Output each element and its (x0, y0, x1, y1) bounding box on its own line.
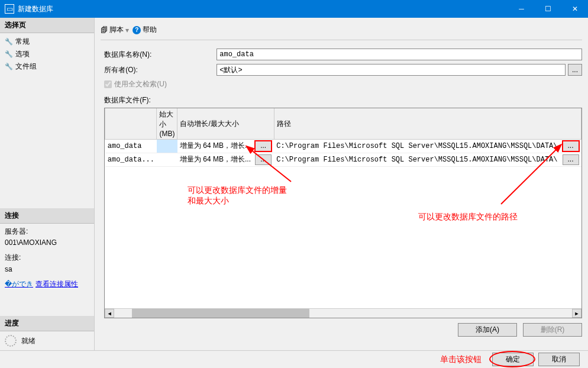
close-button[interactable]: ✕ (561, 0, 588, 18)
select-page-header: 选择页 (0, 18, 94, 33)
cancel-button[interactable]: 取消 (538, 353, 580, 366)
files-table-panel: 始大小(MB) 自动增长/最大大小 路径 amo_data 增量为 64 MB，… (104, 108, 582, 318)
files-table: 始大小(MB) 自动增长/最大大小 路径 amo_data 增量为 64 MB，… (105, 108, 581, 167)
fulltext-label: 使用全文检索(U) (114, 79, 167, 89)
help-button[interactable]: ? 帮助 (133, 25, 157, 35)
maximize-button[interactable]: ☐ (535, 0, 561, 18)
horizontal-scrollbar[interactable]: ◄ ► (105, 308, 581, 318)
progress-spinner-icon (5, 335, 17, 347)
wrench-icon: 🔧 (5, 50, 13, 58)
path-browse-button[interactable]: ... (563, 154, 579, 165)
scroll-left-button[interactable]: ◄ (105, 309, 114, 318)
col-size[interactable]: 始大小(MB) (157, 108, 177, 140)
connection-icon: �ができ (5, 279, 33, 290)
conn-value: sa (5, 264, 89, 275)
col-path[interactable]: 路径 (274, 108, 581, 140)
conn-label: 连接: (5, 252, 89, 263)
remove-button: 删除(R) (523, 323, 582, 337)
annotation-left: 可以更改数据库文件的增量 和最大大小 (188, 185, 287, 206)
table-row[interactable]: amo_data... 增量为 64 MB，增长... ... C:\Progr… (105, 153, 581, 167)
sidebar-item-filegroups[interactable]: 🔧文件组 (0, 60, 94, 73)
table-row[interactable]: amo_data 增量为 64 MB，增长... ... C:\Program … (105, 140, 581, 153)
owner-label: 所有者(O): (104, 65, 217, 75)
scroll-thumb[interactable] (132, 309, 309, 318)
script-dropdown[interactable]: 🗐 脚本 ▾ (101, 25, 129, 35)
autogrow-browse-button[interactable]: ... (255, 154, 272, 165)
help-icon: ? (133, 26, 141, 34)
title-bar: ▭ 新建数据库 ─ ☐ ✕ (0, 0, 588, 18)
toolbar: 🗐 脚本 ▾ ? 帮助 (101, 22, 582, 40)
minimize-button[interactable]: ─ (508, 0, 535, 18)
wrench-icon: 🔧 (5, 63, 13, 70)
window-title: 新建数据库 (18, 4, 508, 14)
size-cell[interactable] (157, 140, 177, 153)
connection-header: 连接 (0, 208, 94, 224)
db-name-input[interactable] (217, 49, 582, 60)
owner-input[interactable] (217, 64, 566, 76)
fulltext-checkbox (104, 80, 112, 88)
connection-info: 服务器: 001\AMOXIANG 连接: sa �ができ 查看连接属性 (0, 224, 94, 292)
progress-status: 就绪 (21, 336, 35, 346)
files-label: 数据库文件(F): (104, 95, 582, 105)
col-name[interactable] (105, 108, 157, 140)
db-name-label: 数据库名称(N): (104, 50, 217, 60)
wrench-icon: 🔧 (5, 38, 13, 46)
app-icon: ▭ (5, 4, 14, 14)
main-panel: 🗐 脚本 ▾ ? 帮助 数据库名称(N): 所有者(O): ... 使用全文检索… (95, 18, 588, 350)
annotation-footer: 单击该按钮 (440, 354, 482, 365)
scroll-right-button[interactable]: ► (572, 309, 581, 318)
ok-button[interactable]: 确定 (492, 353, 534, 366)
annotation-right: 可以更改数据库文件的路径 (418, 212, 518, 222)
sidebar: 选择页 🔧常规 🔧选项 🔧文件组 连接 服务器: 001\AMOXIANG 连接… (0, 18, 95, 350)
col-autogrow[interactable]: 自动增长/最大大小 (177, 108, 274, 140)
chevron-down-icon: ▾ (125, 26, 129, 34)
autogrow-browse-button[interactable]: ... (255, 141, 272, 151)
view-connection-props-link[interactable]: �ができ 查看连接属性 (5, 279, 89, 290)
progress-header: 进度 (0, 316, 94, 331)
add-button[interactable]: 添加(A) (458, 323, 517, 337)
script-icon: 🗐 (101, 26, 108, 34)
server-value: 001\AMOXIANG (5, 237, 89, 248)
owner-browse-button[interactable]: ... (568, 64, 582, 76)
sidebar-item-general[interactable]: 🔧常规 (0, 35, 94, 48)
dialog-footer: 单击该按钮 确定 取消 (0, 350, 588, 368)
path-browse-button[interactable]: ... (563, 141, 579, 151)
server-label: 服务器: (5, 226, 89, 237)
sidebar-item-options[interactable]: 🔧选项 (0, 48, 94, 60)
